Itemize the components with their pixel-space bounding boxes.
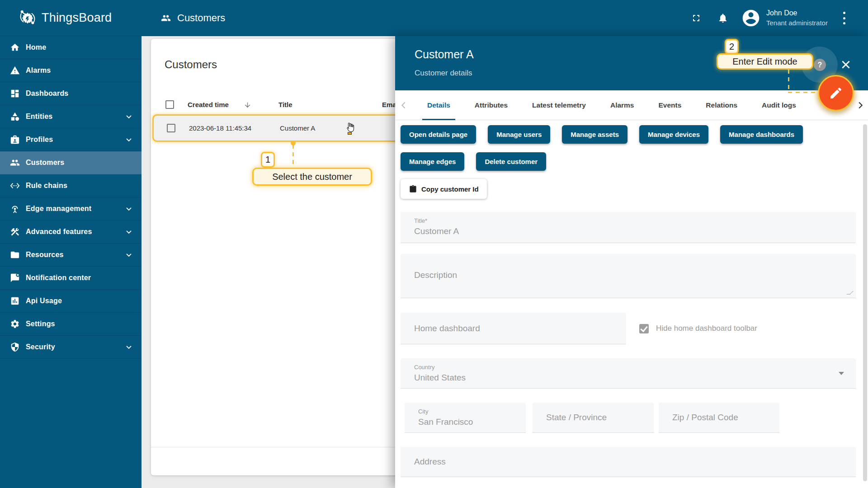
home-icon	[10, 42, 20, 52]
sort-desc-icon[interactable]	[244, 101, 251, 109]
title-field[interactable]: Title* Customer A	[401, 212, 856, 243]
sidebar-item-resources[interactable]: Resources	[0, 244, 142, 267]
delete-customer-button[interactable]: Delete customer	[476, 152, 546, 171]
state-province-field[interactable]: State / Province	[533, 403, 654, 433]
row-checkbox[interactable]	[167, 124, 175, 132]
chevron-down-icon	[124, 135, 133, 144]
tab-details[interactable]: Details	[415, 90, 462, 120]
column-title[interactable]: Title	[278, 101, 292, 108]
tab-attributes[interactable]: Attributes	[462, 90, 520, 120]
manage-dashboards-button[interactable]: Manage dashboards	[720, 125, 803, 144]
copy-customer-id-button[interactable]: Copy customer Id	[401, 179, 487, 199]
panel-tabs: DetailsAttributesLatest telemetryAlarmsE…	[395, 90, 868, 120]
tab-relations[interactable]: Relations	[693, 90, 750, 120]
customers-icon	[161, 12, 171, 24]
sidebar-item-label: Advanced features	[26, 228, 92, 236]
sidebar-item-label: Entities	[26, 113, 52, 121]
panel-subtitle: Customer details	[415, 69, 472, 78]
sidebar-item-edge-management[interactable]: Edge management	[0, 197, 142, 221]
row-title: Customer A	[280, 124, 315, 132]
tab-audit-logs[interactable]: Audit logs	[750, 90, 808, 120]
manage-users-button[interactable]: Manage users	[488, 125, 550, 144]
edge-management-icon	[10, 204, 20, 214]
chevron-down-icon	[124, 204, 133, 213]
help-icon[interactable]: ?	[814, 59, 826, 71]
card-title: Customers	[165, 58, 217, 71]
sidebar-item-api-usage[interactable]: Api Usage	[0, 290, 142, 313]
step-2-badge: 2	[725, 39, 739, 54]
country-value: United States	[414, 373, 466, 383]
hide-toolbar-label: Hide home dashboard toolbar	[656, 324, 757, 333]
sidebar-item-notification-center[interactable]: Notification center	[0, 267, 142, 290]
description-placeholder: Description	[414, 270, 457, 280]
rule-chains-icon	[10, 181, 20, 191]
manage-devices-button[interactable]: Manage devices	[639, 125, 708, 144]
sidebar-item-label: Security	[26, 343, 55, 351]
address-placeholder: Address	[414, 457, 446, 467]
sidebar-item-label: Rule chains	[26, 182, 67, 190]
zip-postal-field[interactable]: Zip / Postal Code	[659, 403, 779, 433]
tab-events[interactable]: Events	[646, 90, 694, 120]
logo[interactable]: ThingsBoard	[0, 0, 142, 36]
sidebar-item-label: Alarms	[26, 66, 51, 75]
thingsboard-logo-icon	[18, 9, 37, 28]
zip-placeholder: Zip / Postal Code	[672, 413, 738, 422]
tabs-scroll-left-icon[interactable]	[399, 100, 409, 110]
sidebar-item-profiles[interactable]: Profiles	[0, 128, 142, 151]
sidebar-item-dashboards[interactable]: Dashboards	[0, 82, 142, 105]
sidebar-item-rule-chains[interactable]: Rule chains	[0, 174, 142, 197]
city-field[interactable]: City San Francisco	[405, 403, 526, 433]
security-icon	[10, 342, 20, 352]
customer-details-panel: Customer A Customer details ? 2 Enter Ed…	[395, 36, 868, 488]
edit-fab-button[interactable]	[818, 75, 854, 111]
sidebar-item-alarms[interactable]: Alarms	[0, 59, 142, 82]
topbar: Customers John Doe Tenant administrator	[142, 0, 868, 36]
user-info[interactable]: John Doe Tenant administrator	[766, 8, 828, 28]
open-details-page-button[interactable]: Open details page	[401, 125, 476, 144]
close-icon[interactable]	[840, 59, 852, 70]
description-field[interactable]: Description	[401, 254, 856, 298]
clipboard-icon	[409, 185, 417, 193]
advanced-features-icon	[10, 227, 20, 237]
column-created-time[interactable]: Created time	[188, 101, 229, 108]
sidebar-item-customers[interactable]: Customers	[0, 151, 142, 174]
more-menu-icon[interactable]	[843, 12, 846, 24]
hide-toolbar-checkbox-row: Hide home dashboard toolbar	[639, 313, 757, 344]
actions-row-1: Open details pageManage usersManage asse…	[401, 125, 803, 144]
user-role: Tenant administrator	[766, 18, 828, 28]
sidebar-item-label: Resources	[26, 251, 64, 259]
sidebar-item-security[interactable]: Security	[0, 336, 142, 359]
manage-assets-button[interactable]: Manage assets	[562, 125, 627, 144]
state-placeholder: State / Province	[546, 413, 607, 422]
notifications-bell-icon[interactable]	[717, 13, 728, 23]
country-select[interactable]: Country United States	[401, 358, 856, 389]
sidebar-item-home[interactable]: Home	[0, 36, 142, 59]
profiles-icon	[10, 135, 20, 145]
tab-list: DetailsAttributesLatest telemetryAlarmsE…	[415, 90, 808, 120]
api-usage-icon	[10, 296, 20, 306]
resize-handle-icon[interactable]	[846, 291, 854, 295]
home-dashboard-field[interactable]: Home dashboard	[401, 313, 626, 344]
sidebar-nav: HomeAlarmsDashboardsEntitiesProfilesCust…	[0, 36, 142, 359]
tab-latest-telemetry[interactable]: Latest telemetry	[520, 90, 598, 120]
address-field[interactable]: Address	[401, 447, 856, 477]
brand-name: ThingsBoard	[42, 11, 112, 25]
user-avatar[interactable]	[741, 8, 761, 28]
select-all-checkbox[interactable]	[165, 100, 174, 109]
sidebar-item-entities[interactable]: Entities	[0, 105, 142, 128]
hide-toolbar-checkbox[interactable]	[639, 324, 649, 333]
pencil-icon	[829, 86, 843, 100]
panel-scrollbar[interactable]	[863, 124, 867, 481]
fullscreen-icon[interactable]	[691, 13, 702, 23]
manage-edges-button[interactable]: Manage edges	[401, 152, 464, 171]
city-value: San Francisco	[418, 417, 473, 427]
chevron-down-icon	[124, 227, 133, 236]
country-label: Country	[414, 364, 435, 371]
panel-title: Customer A	[415, 48, 474, 61]
tab-alarms[interactable]: Alarms	[598, 90, 646, 120]
annotation-connector-2v	[788, 70, 789, 93]
sidebar-item-settings[interactable]: Settings	[0, 313, 142, 336]
sidebar-item-advanced-features[interactable]: Advanced features	[0, 221, 142, 244]
actions-row-2: Manage edgesDelete customer	[401, 152, 546, 171]
tabs-scroll-right-icon[interactable]	[855, 100, 865, 110]
